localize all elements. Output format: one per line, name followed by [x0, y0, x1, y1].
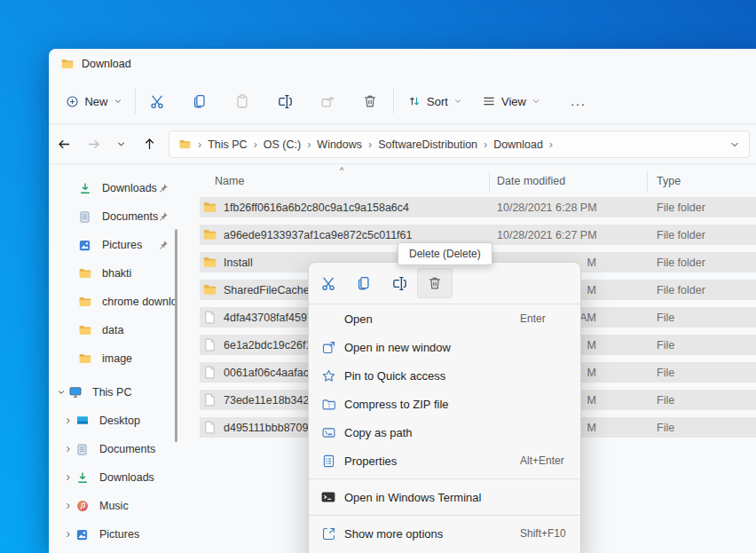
sidebar-item-pictures[interactable]: Pictures — [49, 520, 177, 549]
sidebar-scrollbar[interactable] — [175, 229, 177, 442]
document-icon — [75, 443, 91, 456]
breadcrumb-item-softwaredistribution[interactable]: SoftwareDistribution — [378, 138, 477, 151]
sidebar-item-bhakti[interactable]: bhakti — [49, 259, 177, 288]
menu-item-open-in-new-window[interactable]: Open in new window — [309, 333, 580, 361]
column-divider[interactable] — [647, 171, 648, 193]
pin-icon — [158, 211, 169, 222]
file-type: File folder — [657, 229, 705, 241]
sidebar-item-image[interactable]: image — [49, 344, 177, 373]
menu-item-open[interactable]: Open Enter — [309, 304, 580, 333]
shortcut-label: Alt+Enter — [520, 454, 564, 467]
file-type: File folder — [657, 284, 705, 296]
menu-item-compress-to-zip[interactable]: Compress to ZIP file — [309, 390, 580, 418]
forward-button — [82, 131, 105, 156]
breadcrumb-separator: › — [198, 138, 201, 151]
recent-locations-button[interactable] — [109, 131, 132, 156]
column-divider[interactable] — [489, 171, 490, 193]
folder-icon — [78, 323, 94, 337]
rename-icon[interactable] — [269, 89, 301, 114]
up-button[interactable] — [138, 131, 161, 156]
sidebar-item-downloads[interactable]: Downloads — [49, 463, 177, 492]
file-type: File — [657, 367, 674, 379]
sidebar-item-documents[interactable]: Documents — [49, 435, 177, 463]
menu-item-copy-as-path[interactable]: Copy as path — [309, 418, 580, 446]
sidebar-item-downloads-quick[interactable]: Downloads — [49, 174, 177, 202]
breadcrumb[interactable]: › This PC › OS (C:) › Windows › Software… — [169, 130, 750, 158]
file-name: a96ede9133937af1ca9e872c5c011f61 — [224, 229, 412, 241]
breadcrumb-separator: › — [254, 138, 257, 151]
breadcrumb-item-windows[interactable]: Windows — [317, 138, 362, 151]
file-name: 6e1a2bdc19c26f19 — [224, 339, 318, 352]
sort-button[interactable]: Sort — [402, 87, 468, 115]
sidebar-item-music[interactable]: Music — [49, 492, 177, 520]
chevron-right-icon[interactable] — [61, 530, 75, 539]
file-row[interactable]: 1fb26ff0616a6b2c80c9a1c9a158a6c4 10/28/2… — [200, 197, 756, 217]
cut-icon[interactable] — [141, 89, 173, 114]
column-header-date-modified[interactable]: Date modified — [497, 175, 565, 187]
window-title: Download — [82, 58, 131, 70]
menu-item-pin-to-quick-access[interactable]: Pin to Quick access — [309, 361, 580, 390]
file-type: File — [657, 422, 674, 434]
sidebar-item-data[interactable]: data — [49, 316, 177, 344]
breadcrumb-item-this-pc[interactable]: This PC — [208, 138, 247, 151]
sidebar-item-chrome-downloads[interactable]: chrome downlo — [49, 288, 177, 316]
view-button[interactable]: View — [476, 87, 546, 115]
sidebar-item-this-pc[interactable]: This PC — [49, 378, 177, 407]
sidebar-item-desktop[interactable]: Desktop — [49, 407, 177, 435]
file-type: File — [657, 312, 674, 324]
monitor-icon — [75, 414, 91, 428]
plus-circle-icon — [66, 95, 79, 108]
breadcrumb-separator: › — [307, 138, 311, 151]
titlebar: Download — [49, 49, 756, 78]
file-type: File folder — [657, 257, 705, 269]
chevron-right-icon[interactable] — [61, 473, 75, 482]
file-type: File folder — [657, 201, 705, 214]
chevron-down-icon — [453, 97, 462, 106]
navigation-pane: Downloads Documents Pictures bhakti chro… — [49, 164, 177, 553]
folder-icon — [202, 282, 217, 297]
copy-icon[interactable] — [346, 268, 382, 298]
menu-item-properties[interactable]: Properties Alt+Enter — [309, 446, 580, 475]
menu-divider — [309, 478, 580, 479]
file-name: 0061af06c4aafac5 — [224, 367, 315, 379]
file-date: 10/28/2021 6:28 PM — [497, 201, 596, 214]
address-bar-row: › This PC › OS (C:) › Windows › Software… — [49, 124, 756, 164]
menu-item-show-more-options[interactable]: Show more options Shift+F10 — [309, 519, 580, 548]
ellipsis-icon: ... — [571, 94, 587, 108]
sidebar-item-pictures-quick[interactable]: Pictures — [49, 231, 177, 259]
pictures-icon — [78, 239, 94, 252]
address-dropdown-button[interactable] — [729, 139, 740, 150]
column-header-name[interactable]: Name — [215, 175, 244, 187]
breadcrumb-item-os-c[interactable]: OS (C:) — [264, 138, 301, 151]
cut-icon[interactable] — [311, 268, 346, 298]
back-button[interactable] — [52, 131, 75, 156]
file-name: SharedFileCache — [224, 284, 310, 296]
chevron-right-icon[interactable] — [61, 502, 75, 510]
menu-item-open-in-windows-terminal[interactable]: Open in Windows Terminal — [309, 483, 580, 511]
breadcrumb-item-download[interactable]: Download — [493, 138, 543, 151]
shortcut-label: Shift+F10 — [520, 527, 566, 540]
see-more-button[interactable]: ... — [562, 87, 595, 115]
paste-icon — [226, 89, 258, 114]
view-button-label: View — [501, 95, 526, 108]
chevron-down-icon[interactable] — [54, 388, 68, 397]
chevron-right-icon[interactable] — [61, 445, 75, 454]
show-more-options-icon — [319, 525, 337, 542]
file-icon — [202, 392, 217, 407]
folder-icon — [60, 57, 75, 71]
file-date: 10/28/2021 6:27 PM — [497, 229, 596, 241]
column-header-type[interactable]: Type — [657, 175, 681, 187]
zip-folder-icon — [319, 395, 337, 413]
chevron-right-icon[interactable] — [61, 416, 75, 425]
rename-icon[interactable] — [382, 268, 417, 298]
sidebar-item-documents-quick[interactable]: Documents — [49, 202, 177, 231]
copy-icon[interactable] — [184, 89, 216, 114]
new-button[interactable]: New — [60, 87, 128, 115]
context-menu-quick-actions — [309, 263, 580, 298]
file-icon — [202, 310, 217, 325]
folder-icon — [78, 295, 94, 309]
breadcrumb-separator: › — [549, 138, 553, 151]
delete-icon[interactable] — [417, 268, 453, 298]
sort-arrows-icon — [407, 94, 421, 108]
delete-icon[interactable] — [354, 89, 386, 114]
